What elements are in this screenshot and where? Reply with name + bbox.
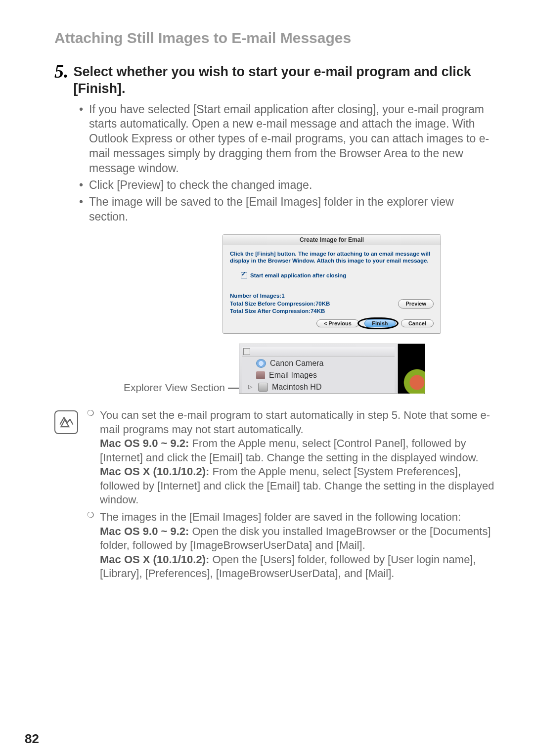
explorer-thumbnail bbox=[398, 344, 425, 394]
cancel-button[interactable]: Cancel bbox=[401, 319, 434, 327]
note-mac9-label: Mac OS 9.0 ~ 9.2: bbox=[100, 437, 189, 449]
start-email-checkbox[interactable]: Start email application after closing bbox=[241, 272, 434, 278]
note-icon bbox=[54, 410, 78, 434]
note-lead: You can set the e-mail program to start … bbox=[100, 409, 490, 436]
package-icon bbox=[256, 371, 265, 379]
size-after: Total Size After Compression:74KB bbox=[230, 308, 330, 315]
explorer-item-email-images[interactable]: Email Images bbox=[242, 369, 395, 381]
section-title: Attaching Still Images to E-mail Message… bbox=[54, 30, 494, 46]
camera-icon bbox=[256, 359, 266, 368]
step-title: Select whether you wish to start your e-… bbox=[74, 64, 495, 97]
step-row: 5. Select whether you wish to start your… bbox=[54, 64, 494, 97]
note-mac9-label: Mac OS 9.0 ~ 9.2: bbox=[100, 525, 189, 537]
page-number: 82 bbox=[25, 731, 39, 747]
checkbox-label: Start email application after closing bbox=[250, 272, 346, 278]
explorer-caption: Explorer View Section bbox=[124, 382, 225, 393]
bullet-item: Click [Preview] to check the changed ima… bbox=[79, 178, 494, 193]
bullet-item: The image will be saved to the [Email Im… bbox=[79, 195, 494, 224]
note-macx-label: Mac OS X (10.1/10.2): bbox=[100, 553, 209, 566]
preview-button[interactable]: Preview bbox=[398, 299, 434, 309]
callout-line bbox=[228, 388, 239, 389]
step-number: 5. bbox=[54, 62, 69, 97]
checkbox-icon bbox=[241, 272, 247, 278]
step-bullets: If you have selected [Start email applic… bbox=[79, 102, 494, 224]
size-before: Total Size Before Compression:70KB bbox=[230, 300, 330, 308]
note-lead: The images in the [Email Images] folder … bbox=[100, 511, 461, 523]
explorer-item-camera[interactable]: Canon Camera bbox=[242, 357, 395, 369]
harddrive-icon bbox=[258, 383, 268, 392]
images-count: Number of Images:1 bbox=[230, 292, 330, 300]
bullet-item: If you have selected [Start email applic… bbox=[79, 102, 494, 176]
finish-button[interactable]: Finish bbox=[364, 319, 395, 327]
explorer-item-label: Email Images bbox=[269, 371, 317, 380]
explorer-item-label: Canon Camera bbox=[270, 359, 324, 368]
dialog-title: Create Image for Email bbox=[223, 235, 441, 245]
explorer-item-hd[interactable]: ▷ Macintosh HD bbox=[242, 381, 395, 393]
dialog-instruction: Click the [Finish] button. The image for… bbox=[230, 250, 434, 265]
disclosure-triangle-icon: ▷ bbox=[248, 384, 252, 390]
note-item: The images in the [Email Images] folder … bbox=[87, 510, 494, 581]
notes-body: You can set the e-mail program to start … bbox=[87, 408, 494, 584]
previous-button[interactable]: < Previous bbox=[316, 319, 359, 327]
note-item: You can set the e-mail program to start … bbox=[87, 408, 494, 507]
explorer-panel: Canon Camera Email Images ▷ Macintosh HD bbox=[239, 344, 398, 394]
create-image-dialog: Create Image for Email Click the [Finish… bbox=[222, 234, 441, 334]
note-macx-label: Mac OS X (10.1/10.2): bbox=[100, 465, 209, 478]
dialog-stats-text: Number of Images:1 Total Size Before Com… bbox=[230, 292, 330, 315]
dialog-actions: < Previous Finish Cancel bbox=[230, 319, 434, 327]
explorer-item-label: Macintosh HD bbox=[272, 383, 321, 392]
explorer-header bbox=[242, 347, 395, 356]
